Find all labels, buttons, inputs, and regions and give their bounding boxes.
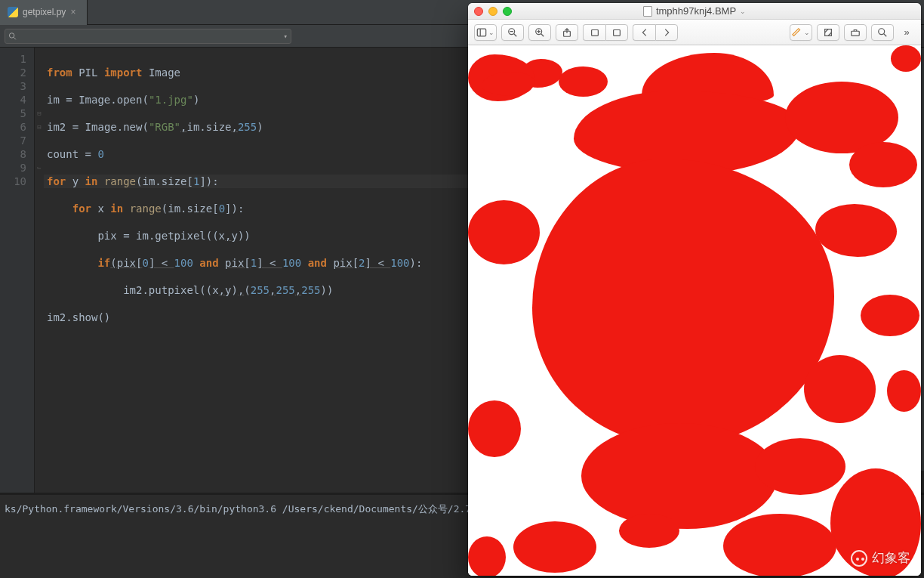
svg-line-17 (884, 33, 887, 36)
chevron-down-icon[interactable]: ⌄ (740, 8, 746, 15)
rotate-left-button[interactable] (583, 24, 605, 41)
search-box[interactable]: ▾ (5, 29, 291, 44)
markup-button[interactable]: ⌄ (790, 24, 812, 41)
preview-window[interactable]: tmphh97knj4.BMP ⌄ ⌄ (468, 3, 921, 576)
svg-line-5 (514, 33, 517, 36)
wechat-icon (851, 550, 867, 567)
next-page-button[interactable] (655, 24, 678, 41)
search-icon (8, 32, 17, 41)
window-close-icon[interactable] (474, 7, 483, 16)
window-minimize-icon[interactable] (488, 7, 497, 16)
line-number-gutter: 1 2 3 4 5 6 7 8 9 10 (0, 48, 35, 493)
svg-rect-13 (614, 29, 621, 36)
code-area[interactable]: from PIL import Image im = Image.open("1… (44, 48, 422, 493)
preview-title: tmphh97knj4.BMP ⌄ (468, 5, 921, 17)
fold-column: ⊟ ⊟ ⌙ (35, 48, 44, 493)
close-tab-icon[interactable]: × (70, 8, 79, 17)
image-content (468, 45, 921, 576)
toolbar-overflow-icon[interactable]: » (898, 24, 915, 41)
sidebar-toggle-button[interactable]: ⌄ (474, 24, 497, 41)
svg-point-0 (9, 32, 14, 37)
file-tab[interactable]: getpixel.py × (0, 0, 88, 25)
watermark: 幻象客 (851, 549, 910, 567)
preview-image-area[interactable]: 幻象客 (468, 45, 921, 576)
python-file-icon (8, 7, 18, 17)
previous-page-button[interactable] (633, 24, 655, 41)
chevron-down-icon[interactable]: ▾ (284, 32, 288, 40)
zoom-in-button[interactable] (528, 24, 551, 41)
fold-marker-icon[interactable]: ⊟ (35, 107, 44, 120)
search-input[interactable] (20, 31, 283, 42)
svg-rect-2 (477, 29, 485, 36)
toolbox-button[interactable] (844, 24, 867, 41)
search-button[interactable] (871, 24, 894, 41)
preview-titlebar[interactable]: tmphh97knj4.BMP ⌄ (468, 3, 921, 20)
share-button[interactable] (556, 24, 578, 41)
svg-rect-15 (852, 31, 860, 36)
preview-toolbar: ⌄ ⌄ (468, 20, 921, 45)
crop-button[interactable] (817, 24, 839, 41)
svg-rect-12 (591, 29, 598, 36)
svg-point-16 (879, 28, 885, 34)
fold-marker-icon[interactable]: ⊟ (35, 120, 44, 134)
fold-end-icon: ⌙ (35, 161, 44, 175)
tab-filename: getpixel.py (23, 7, 66, 17)
svg-rect-14 (825, 29, 832, 36)
window-zoom-icon[interactable] (503, 7, 512, 16)
rotate-right-button[interactable] (605, 24, 628, 41)
svg-line-8 (541, 33, 544, 36)
zoom-out-button[interactable] (501, 24, 524, 41)
document-icon (643, 6, 652, 17)
svg-line-1 (14, 37, 16, 39)
